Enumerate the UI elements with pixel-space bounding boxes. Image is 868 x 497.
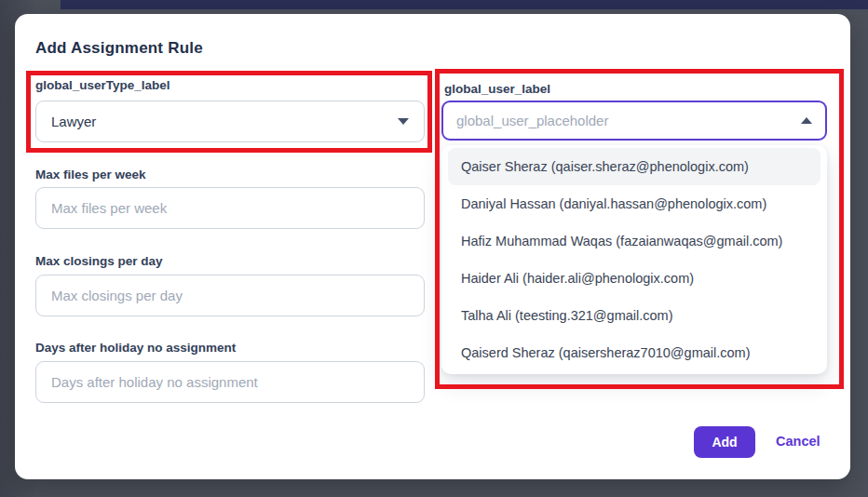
user-select[interactable]	[441, 101, 827, 141]
cancel-button[interactable]: Cancel	[776, 434, 821, 449]
user-type-label: global_userType_label	[35, 78, 170, 92]
days-after-holiday-input[interactable]	[35, 361, 425, 403]
days-after-holiday-label: Days after holiday no assignment	[35, 341, 236, 355]
user-option[interactable]: Talha Ali (teesting.321@gmail.com)	[448, 297, 821, 334]
user-type-selected-value: Lawyer	[51, 114, 398, 129]
user-option[interactable]: Haider Ali (haider.ali@phenologix.com)	[448, 260, 821, 297]
user-option[interactable]: Daniyal Hassan (daniyal.hassan@phenologi…	[448, 185, 821, 222]
user-label: global_user_label	[444, 82, 550, 96]
add-button[interactable]: Add	[694, 426, 755, 458]
user-type-select[interactable]: Lawyer	[35, 101, 425, 142]
chevron-up-icon	[801, 117, 812, 124]
user-option[interactable]: Qaiser Sheraz (qaiser.sheraz@phenologix.…	[448, 148, 821, 185]
user-option[interactable]: Hafiz Muhammad Waqas (fazaianwaqas@gmail…	[448, 222, 821, 260]
user-option[interactable]: Qaiserd Sheraz (qaisersheraz7010@gmail.c…	[448, 334, 821, 371]
chevron-down-icon	[398, 118, 409, 125]
max-closings-label: Max closings per day	[35, 254, 163, 268]
user-options-dropdown: Qaiser Sheraz (qaiser.sheraz@phenologix.…	[441, 145, 827, 374]
add-assignment-rule-modal: Add Assignment Rule global_userType_labe…	[15, 14, 850, 479]
max-files-input[interactable]	[35, 187, 425, 229]
max-files-label: Max files per week	[35, 168, 146, 181]
modal-title: Add Assignment Rule	[35, 39, 203, 58]
top-bar	[61, 0, 868, 9]
user-select-input[interactable]	[456, 113, 801, 128]
max-closings-input[interactable]	[35, 275, 425, 316]
